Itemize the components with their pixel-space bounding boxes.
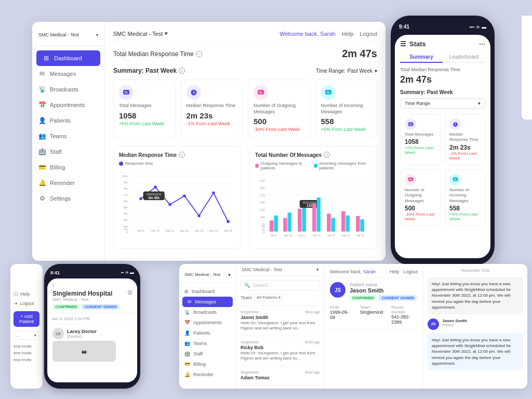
help-link[interactable]: Help	[342, 31, 354, 37]
message-item-1[interactable]: Singlemind 6min ago Jason Smith Hello Dr…	[236, 306, 324, 336]
patient-avatar: JS	[330, 282, 345, 298]
tab-summary[interactable]: Summary	[400, 52, 443, 63]
top-bar: SMC Medical - Test ▾ Welcome back, Sarah…	[113, 30, 377, 42]
messages-icon: ✉	[38, 70, 46, 77]
patients-icon: 👤	[38, 117, 46, 124]
db-filter-select[interactable]: All Patients ▾	[254, 294, 283, 301]
median-response-svg: 10m 9m 8m 7m 6m 5m 4m 3m 2m 1m 0	[119, 169, 235, 236]
mini-dropdown[interactable]: ... ▾	[14, 331, 39, 340]
total-messages-change: +5% From Last Week	[119, 121, 170, 126]
appointments-icon: 📅	[38, 101, 46, 109]
phone-header-bar: ☰ Stats ⋯	[400, 40, 485, 48]
chat-patient-avatar: JS	[428, 318, 439, 330]
invite-item-1: end Invite	[14, 344, 39, 349]
phone-incoming-icon	[449, 174, 461, 185]
tab-leaderboard[interactable]: Leaderboard	[443, 52, 485, 62]
db-search-input-row[interactable]: 🔍 Search...	[241, 280, 320, 290]
phone-bl-back[interactable]: ‹	[52, 283, 132, 288]
svg-text:10m: 10m	[122, 175, 128, 178]
signal-icon: ▪▪▪	[469, 24, 474, 30]
total-messages-label: Total Messages	[119, 103, 170, 109]
incoming-legend-dot	[314, 164, 317, 168]
db-sidebar-messages[interactable]: ✉ Messages	[182, 297, 233, 307]
svg-point-27	[197, 215, 201, 218]
message-item-3[interactable]: Singlemind 6min ago Adam Tomas	[236, 366, 324, 385]
logout-link[interactable]: Logout	[360, 31, 377, 37]
db-logout-link[interactable]: Logout	[403, 269, 418, 274]
sidebar-item-patients[interactable]: 👤 Patients	[32, 113, 104, 128]
sidebar-item-label: Appointments	[50, 102, 85, 108]
sidebar-item-messages[interactable]: ✉ Messages	[32, 66, 104, 82]
db-sidebar-dashboard[interactable]: ⊞ Dashboard	[179, 286, 236, 297]
patient-info: Patient name Jason Smith CONFIRMED CONSE…	[350, 282, 418, 301]
msg-meta-2: Singlemind 6min ago	[241, 340, 320, 344]
patient-badges: CONFIRMED CONSENT SIGNED	[350, 295, 418, 301]
sidebar: SMC Medical - Test ▾ ⊞ Dashboard ✉ Messa…	[32, 22, 105, 261]
sidebar-item-billing[interactable]: 💳 Billing	[32, 159, 104, 175]
db-sidebar-reminder[interactable]: 🔔 Reminder	[179, 369, 236, 380]
svg-point-28	[212, 192, 215, 195]
msg-sender-2: Ricky Bob	[241, 345, 320, 350]
chat-system-message: Hey! Just letting you know you have a ne…	[428, 277, 523, 314]
sidebar-item-dashboard[interactable]: ⊞ Dashboard	[36, 50, 100, 66]
db-sidebar-staff[interactable]: 🏥 Staff	[179, 349, 236, 359]
db-patient-actions: Help Logout	[390, 269, 418, 274]
patient-name-label: Patient name	[350, 282, 377, 287]
phone-bl-screen: ‹ Singlemind Hospital ⓘ SMC Medical - Te…	[47, 278, 137, 382]
sidebar-item-broadcasts[interactable]: 📡 Broadcasts	[32, 82, 104, 97]
sidebar-logo: SMC Medical - Test ▾	[32, 28, 104, 46]
incoming-messages-card: Number of Incoming Messages 558 +5% From…	[315, 79, 378, 138]
phone-bl-datetime: Jan 3, 2023 2:32 PM	[47, 313, 137, 325]
total-messages-chart-title: Total Number Of Messages i	[255, 152, 371, 158]
db-sidebar-patients[interactable]: 👤 Patients	[179, 328, 236, 338]
options-icon[interactable]: ⋯	[479, 41, 485, 48]
mini-logout[interactable]: ⇥ Logout	[14, 301, 39, 306]
svg-text:Apr 14: Apr 14	[342, 234, 350, 237]
phone-incoming-value: 558	[449, 205, 481, 212]
db-main-area: SMC Medical - Test ▾ 🔍 Search... Team Al…	[236, 264, 527, 389]
db-sidebar-teams[interactable]: 👥 Teams	[179, 338, 236, 349]
chat-patient-message: Hey! Just letting you know you have a ne…	[428, 333, 523, 370]
mini-invite-list: end Invite end Invite end Invite	[14, 344, 39, 362]
add-patient-button[interactable]: + Add Patient	[14, 311, 39, 327]
msg-preview-1: Hello Dr. Youngseon. I got your text fro…	[241, 321, 320, 331]
incoming-legend: Incoming messages from patients	[314, 161, 371, 170]
sidebar-item-appointments[interactable]: 📅 Appointments	[32, 97, 104, 113]
mini-logout-icon: ⇥	[14, 301, 18, 306]
median-response-info-icon[interactable]: i	[196, 51, 202, 57]
incoming-change: +5% From Last Week	[321, 127, 372, 132]
db-reminder-icon: 🔔	[184, 372, 190, 377]
median-response-label: Total Median Response Time i	[113, 50, 202, 58]
phone-summary-label: Summary: Past Week	[400, 89, 485, 95]
sidebar-item-reminder[interactable]: 🔔 Reminder	[32, 175, 104, 191]
svg-text:Apr 11: Apr 11	[298, 234, 306, 237]
time-range-selector[interactable]: Time Range: Past Week ▾	[316, 68, 377, 74]
svg-rect-2	[258, 90, 264, 95]
battery-icon: ▬	[482, 24, 486, 30]
median-chart-info-icon[interactable]: i	[179, 152, 185, 158]
db-sidebar-broadcasts[interactable]: 📡 Broadcasts	[179, 307, 236, 317]
phone-bl-header: ‹ Singlemind Hospital ⓘ SMC Medical - Te…	[47, 278, 137, 313]
db-help-link[interactable]: Help	[390, 269, 400, 274]
phone-bl-doctor-row: LD Lacey Doctor (Doctor)	[52, 328, 132, 339]
filter-chevron: ▾	[278, 295, 281, 300]
phone-time-range[interactable]: Time Range ▾	[400, 98, 485, 109]
db-chat-panel: November 21st Hey! Just letting you know…	[423, 264, 527, 389]
summary-info-icon[interactable]: i	[179, 68, 185, 74]
message-item-2[interactable]: Singlemind 6min ago Ricky Bob Hello Dr. …	[236, 336, 324, 366]
left-mini-panel: ⓘ Help ⇥ Logout + Add Patient ... ▾ end …	[10, 264, 43, 389]
sidebar-item-settings[interactable]: ⚙ Settings	[32, 191, 104, 206]
median-response-chart: Median Response Time i Response time 10m…	[113, 146, 241, 249]
mobile-stats-phone: 9:41 ▪▪▪ ≋ ▬ ☰ Stats ⋯ Summary Leaderboa…	[391, 16, 495, 265]
sidebar-item-teams[interactable]: 👥 Teams	[32, 128, 104, 144]
phone-total-label: Total Messages	[405, 132, 436, 137]
chat-patient-info: Jason Smith Patient	[442, 318, 467, 327]
svg-rect-74	[361, 220, 364, 232]
db-top-chevron: ▾	[316, 267, 319, 272]
total-messages-chart-info[interactable]: i	[324, 152, 330, 158]
sidebar-item-staff[interactable]: 🏥 Staff	[32, 144, 104, 159]
db-sidebar-billing[interactable]: 💳 Billing	[179, 359, 236, 369]
db-sidebar-appointments[interactable]: 📅 Appointments	[179, 317, 236, 328]
hamburger-icon[interactable]: ☰	[400, 40, 406, 48]
outgoing-icon	[254, 85, 268, 100]
